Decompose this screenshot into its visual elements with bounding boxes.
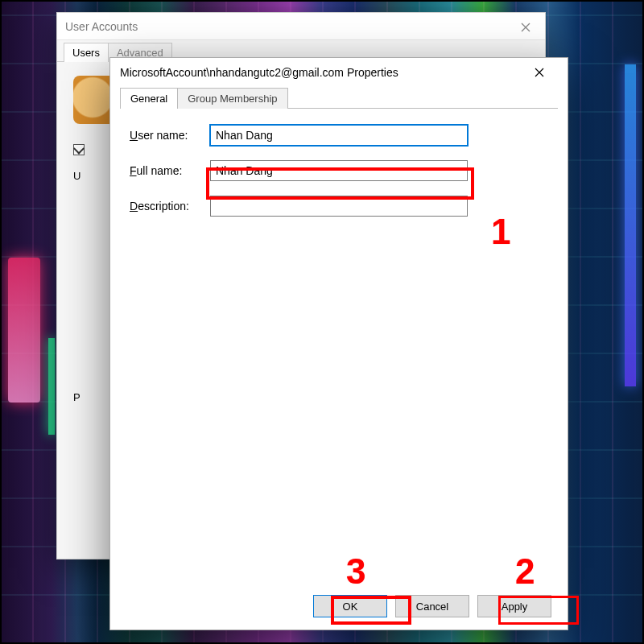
apply-button[interactable]: Apply	[477, 595, 551, 617]
tab-users[interactable]: Users	[64, 43, 109, 62]
ok-button[interactable]: OK	[313, 595, 387, 617]
description-label: Description:	[130, 200, 210, 213]
cancel-button[interactable]: Cancel	[395, 595, 469, 617]
fullname-label: Full name:	[130, 164, 210, 177]
tabs: General Group Membership	[120, 87, 568, 108]
form-body: User name: Full name: Description:	[120, 108, 558, 559]
properties-window: MicrosoftAccount\nhandangutc2@gmail.com …	[109, 57, 568, 630]
button-bar: OK Cancel Apply	[110, 591, 568, 621]
window-title: MicrosoftAccount\nhandangutc2@gmail.com …	[120, 66, 521, 79]
tab-general[interactable]: General	[120, 88, 178, 109]
username-input[interactable]	[210, 125, 468, 146]
window-title: User Accounts	[65, 20, 537, 33]
tab-group-membership[interactable]: Group Membership	[177, 88, 287, 109]
checkbox[interactable]	[73, 144, 85, 155]
username-label: User name:	[130, 129, 210, 142]
close-icon[interactable]	[510, 16, 542, 39]
close-button[interactable]	[521, 60, 558, 85]
description-input[interactable]	[210, 196, 468, 217]
fullname-input[interactable]	[210, 160, 468, 181]
window-titlebar[interactable]: User Accounts	[57, 13, 545, 40]
window-titlebar[interactable]: MicrosoftAccount\nhandangutc2@gmail.com …	[110, 58, 568, 87]
